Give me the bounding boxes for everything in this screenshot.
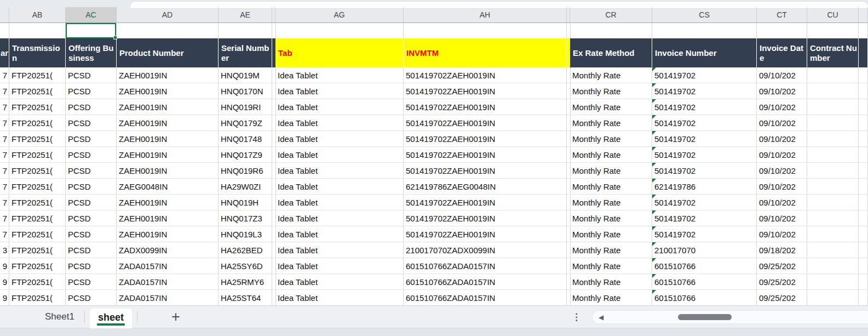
cell-offering-business[interactable]: PCSD xyxy=(66,210,117,226)
cell-invmtm[interactable]: 501419702ZAEH0019IN xyxy=(404,115,567,131)
cell-edge[interactable] xyxy=(859,163,868,179)
cell-offering-business[interactable]: PCSD xyxy=(66,83,117,99)
cell-tab[interactable]: Idea Tablet xyxy=(275,274,404,290)
cell-blank-contract-number[interactable] xyxy=(807,23,859,38)
cell-ex-rate-method[interactable]: Monthly Rate xyxy=(570,179,652,195)
cell-invmtm[interactable]: 601510766ZADA0157IN xyxy=(404,258,567,274)
cell-serial-number[interactable]: HNQ01748 xyxy=(219,131,272,147)
header-invoice-number[interactable]: Invoice Number xyxy=(652,38,757,67)
cell-blank-edge[interactable] xyxy=(859,23,868,38)
cell-year[interactable]: 7 xyxy=(0,179,9,195)
column-header-ct[interactable]: CT xyxy=(757,7,807,22)
cell-product-number[interactable]: ZAEH0019IN xyxy=(117,210,219,226)
fill-handle[interactable] xyxy=(113,36,117,39)
cell-transmission[interactable]: FTP20251( xyxy=(9,274,66,290)
cell-offering-business[interactable]: PCSD xyxy=(66,258,117,274)
cell-tab[interactable]: Idea Tablet xyxy=(275,131,404,147)
cell-tab[interactable]: Idea Tablet xyxy=(275,226,404,242)
column-header-ah[interactable]: AH xyxy=(404,7,567,22)
cell-ex-rate-method[interactable]: Monthly Rate xyxy=(570,210,652,226)
column-header-cr[interactable]: CR xyxy=(570,7,652,22)
header-transmission[interactable]: Transmission xyxy=(9,38,66,67)
cell-tab[interactable]: Idea Tablet xyxy=(275,83,404,99)
cell-invoice-date[interactable]: 09/25/202 xyxy=(757,258,807,274)
cell-contract-number[interactable] xyxy=(807,258,859,274)
cell-contract-number[interactable] xyxy=(807,242,859,258)
cell-blank-serial-number[interactable] xyxy=(219,23,272,38)
sheet-tab-sheet[interactable]: sheet xyxy=(90,309,132,328)
cell-contract-number[interactable] xyxy=(807,131,859,147)
cell-invoice-number[interactable]: 601510766 xyxy=(652,258,757,274)
cell-invoice-date[interactable]: 09/10/202 xyxy=(757,179,807,195)
cell-serial-number[interactable]: HNQ019L3 xyxy=(219,226,272,242)
cell-contract-number[interactable] xyxy=(807,83,859,99)
column-header-cu[interactable]: CU xyxy=(807,7,859,22)
cell-tab[interactable]: Idea Tablet xyxy=(275,258,404,274)
column-header-ac[interactable]: AC xyxy=(66,7,117,22)
sheet-tab-sheet1[interactable]: Sheet1 xyxy=(45,311,74,322)
cell-year[interactable]: 7 xyxy=(0,67,9,83)
cell-invoice-number[interactable]: 501419702 xyxy=(652,99,757,115)
cell-invoice-number[interactable]: 501419702 xyxy=(652,147,757,163)
cell-transmission[interactable]: FTP20251( xyxy=(9,99,66,115)
header-contract-number[interactable]: Contract Number xyxy=(807,38,859,67)
header-year[interactable]: ar xyxy=(0,38,9,67)
cell-product-number[interactable]: ZADA0157IN xyxy=(117,274,219,290)
cell-serial-number[interactable]: HA25SY6D xyxy=(219,258,272,274)
cell-serial-number[interactable]: HNQ019R6 xyxy=(219,163,272,179)
cell-blank-invoice-date[interactable] xyxy=(757,23,807,38)
cell-serial-number[interactable]: HNQ017Z9 xyxy=(219,147,272,163)
cell-serial-number[interactable]: HNQ0170N xyxy=(219,83,272,99)
cell-product-number[interactable]: ZAEH0019IN xyxy=(117,163,219,179)
cell-serial-number[interactable]: HNQ019M xyxy=(219,67,272,83)
cell-contract-number[interactable] xyxy=(807,147,859,163)
cell-product-number[interactable]: ZADX0099IN xyxy=(117,242,219,258)
horizontal-scrollbar[interactable]: ◀ xyxy=(592,310,868,324)
cell-contract-number[interactable] xyxy=(807,115,859,131)
scrollbar-thumb[interactable] xyxy=(678,314,732,320)
cell-ex-rate-method[interactable]: Monthly Rate xyxy=(570,226,652,242)
scroll-left-icon[interactable]: ◀ xyxy=(599,314,603,321)
cell-transmission[interactable]: FTP20251( xyxy=(9,258,66,274)
cell-contract-number[interactable] xyxy=(807,226,859,242)
cell-blank-invmtm[interactable] xyxy=(404,23,567,38)
cell-edge[interactable] xyxy=(859,290,868,305)
cell-edge[interactable] xyxy=(859,179,868,195)
cell-transmission[interactable]: FTP20251( xyxy=(9,179,66,195)
cell-edge[interactable] xyxy=(859,258,868,274)
cell-invoice-date[interactable]: 09/10/202 xyxy=(757,83,807,99)
cell-invoice-number[interactable]: 501419702 xyxy=(652,163,757,179)
cell-year[interactable]: 7 xyxy=(0,226,9,242)
cell-transmission[interactable]: FTP20251( xyxy=(9,147,66,163)
cell-invoice-date[interactable]: 09/10/202 xyxy=(757,67,807,83)
cell-tab[interactable]: Idea Tablet xyxy=(275,67,404,83)
cell-offering-business[interactable]: PCSD xyxy=(66,242,117,258)
cell-year[interactable]: 7 xyxy=(0,147,9,163)
cell-ex-rate-method[interactable]: Monthly Rate xyxy=(570,147,652,163)
cell-product-number[interactable]: ZADA0157IN xyxy=(117,258,219,274)
cell-offering-business[interactable]: PCSD xyxy=(66,163,117,179)
cell-invoice-number[interactable]: 601510766 xyxy=(652,274,757,290)
cell-serial-number[interactable]: HA262BED xyxy=(219,242,272,258)
column-header-ag[interactable]: AG xyxy=(275,7,404,22)
cell-product-number[interactable]: ZAEH0019IN xyxy=(117,99,219,115)
cell-ex-rate-method[interactable]: Monthly Rate xyxy=(570,258,652,274)
cell-invoice-date[interactable]: 09/25/202 xyxy=(757,290,807,305)
cell-invoice-date[interactable]: 09/25/202 xyxy=(757,274,807,290)
cell-offering-business[interactable]: PCSD xyxy=(66,147,117,163)
cell-tab[interactable]: Idea Tablet xyxy=(275,195,404,210)
cell-invmtm[interactable]: 601510766ZADA0157IN xyxy=(404,274,567,290)
cell-invmtm[interactable]: 501419702ZAEH0019IN xyxy=(404,147,567,163)
cell-product-number[interactable]: ZADA0157IN xyxy=(117,290,219,305)
cell-transmission[interactable]: FTP20251( xyxy=(9,290,66,305)
cell-contract-number[interactable] xyxy=(807,290,859,305)
cell-edge[interactable] xyxy=(859,67,868,83)
cell-contract-number[interactable] xyxy=(807,179,859,195)
header-tab[interactable]: Tab xyxy=(275,38,404,67)
column-header-ae[interactable]: AE xyxy=(219,7,272,22)
cell-ex-rate-method[interactable]: Monthly Rate xyxy=(570,115,652,131)
cell-edge[interactable] xyxy=(859,131,868,147)
column-header-ab[interactable]: AB xyxy=(9,7,66,22)
cell-ex-rate-method[interactable]: Monthly Rate xyxy=(570,83,652,99)
cell-transmission[interactable]: FTP20251( xyxy=(9,226,66,242)
